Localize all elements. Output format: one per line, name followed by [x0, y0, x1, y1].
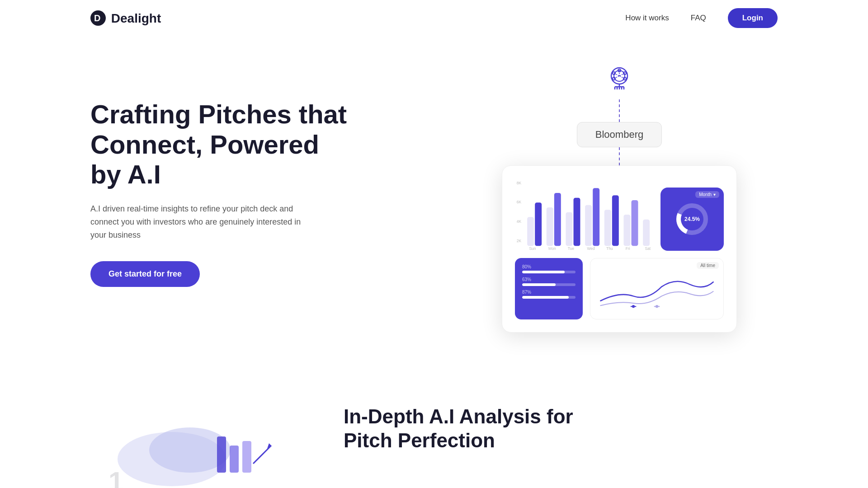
hero-section: Crafting Pitches that Connect, Powered b… [0, 36, 868, 369]
svg-text:4K: 4K [517, 219, 522, 224]
dashboard-card: 8K 6K 4K 2K [502, 165, 737, 333]
hero-subtitle: A.I driven real-time insights to refine … [90, 202, 307, 241]
nav-links: How it works FAQ Login [625, 8, 778, 28]
svg-text:Fri: Fri [626, 246, 630, 251]
bar-chart-area: 8K 6K 4K 2K [515, 178, 653, 251]
section2-illustration: 1 [90, 396, 307, 488]
svg-rect-36 [632, 200, 638, 246]
donut-filter-label: Month ▾ [695, 191, 719, 198]
svg-text:1: 1 [108, 466, 123, 488]
svg-rect-32 [593, 188, 599, 246]
svg-text:D: D [94, 13, 100, 23]
svg-rect-37 [643, 220, 650, 246]
svg-text:Sun: Sun [529, 246, 536, 251]
section2: 1 In-Depth A.I Analysis for Pitch Perfec… [0, 369, 868, 488]
bloomberg-pill: Bloomberg [577, 122, 662, 147]
connector-line-1 [619, 99, 620, 122]
svg-text:Mon: Mon [548, 246, 556, 251]
svg-rect-27 [547, 207, 553, 246]
svg-rect-56 [242, 441, 251, 473]
svg-text:Sat: Sat [645, 246, 651, 251]
hero-cta-button[interactable]: Get started for free [90, 261, 200, 287]
hero-right: Bloomberg 8K 6K 4K 2K [461, 63, 778, 333]
chart-top-row: 8K 6K 4K 2K [515, 178, 724, 251]
svg-rect-29 [566, 212, 572, 246]
svg-text:2K: 2K [517, 239, 522, 243]
progress-bar-2: 63% [522, 277, 576, 286]
hero-left: Crafting Pitches that Connect, Powered b… [90, 63, 353, 287]
logo[interactable]: D Dealight [90, 10, 161, 26]
hero-title: Crafting Pitches that Connect, Powered b… [90, 99, 353, 190]
line-chart-filter: All time [697, 262, 719, 269]
progress-bars-card: 80% 63% 87% [515, 258, 583, 319]
line-chart-svg [596, 271, 718, 312]
svg-text:Thu: Thu [606, 246, 613, 251]
ai-brain-icon [601, 63, 637, 99]
svg-text:8K: 8K [517, 181, 522, 185]
svg-text:Wed: Wed [587, 246, 595, 251]
svg-rect-33 [604, 210, 611, 246]
svg-rect-54 [217, 436, 226, 473]
nav-faq[interactable]: FAQ [691, 14, 706, 23]
section2-title: In-Depth A.I Analysis for Pitch Perfecti… [344, 405, 573, 453]
section2-svg: 1 [90, 396, 307, 488]
svg-rect-25 [527, 217, 534, 246]
progress-bar-1: 80% [522, 264, 576, 273]
svg-rect-34 [612, 195, 619, 246]
donut-chart-area: Month ▾ 24.5% [660, 188, 724, 251]
line-chart-area: All time [590, 258, 724, 319]
svg-rect-31 [585, 205, 592, 246]
login-button[interactable]: Login [728, 8, 778, 28]
svg-rect-26 [535, 202, 542, 246]
bar-chart-svg: 8K 6K 4K 2K [515, 178, 653, 251]
navbar: D Dealight How it works FAQ Login [0, 0, 868, 36]
chart-bottom-row: 80% 63% 87% [515, 258, 724, 319]
progress-bar-3: 87% [522, 290, 576, 299]
section2-text: In-Depth A.I Analysis for Pitch Perfecti… [344, 396, 573, 453]
donut-svg: 24.5% [674, 201, 710, 237]
svg-rect-28 [554, 193, 561, 246]
svg-text:Tue: Tue [568, 246, 575, 251]
svg-text:24.5%: 24.5% [684, 216, 700, 222]
logo-text: D Dealight [90, 10, 161, 26]
svg-rect-35 [623, 215, 630, 246]
svg-text:6K: 6K [517, 200, 522, 204]
svg-rect-55 [230, 446, 239, 473]
connector-line-2 [619, 147, 620, 165]
svg-rect-30 [574, 198, 580, 246]
nav-how-it-works[interactable]: How it works [625, 14, 669, 23]
